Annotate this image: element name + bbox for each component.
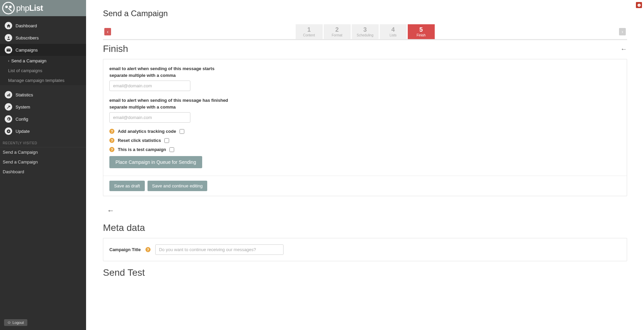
recent-item[interactable]: Dashboard	[0, 167, 86, 177]
reset-clicks-row: ? Reset click statistics	[109, 138, 621, 143]
recent-item[interactable]: Send a Campaign	[0, 147, 86, 157]
phplist-logo-icon	[2, 2, 15, 14]
test-campaign-checkbox[interactable]	[169, 147, 174, 152]
home-icon	[5, 22, 12, 29]
subnav-manage-templates[interactable]: Manage campaign templates	[0, 76, 86, 85]
info-icon	[637, 3, 641, 7]
wizard-step-lists[interactable]: 4 Lists	[380, 24, 407, 39]
nav-label: Statistics	[16, 92, 33, 97]
analytics-label: Add analytics tracking code	[118, 129, 176, 134]
back-arrow-button[interactable]: ←	[107, 206, 114, 215]
help-icon[interactable]: ?	[109, 129, 114, 134]
step-number: 5	[419, 27, 423, 33]
logout-label: Logout	[12, 321, 24, 325]
svg-rect-11	[639, 4, 639, 4]
subnav-label: Manage campaign templates	[8, 78, 64, 83]
subnav-list-campaigns[interactable]: List of campaigns	[0, 66, 86, 76]
svg-point-1	[5, 5, 8, 8]
svg-point-2	[9, 5, 12, 8]
page-title: Send a Campaign	[103, 9, 627, 18]
campaign-title-input[interactable]	[155, 244, 284, 255]
section-title-row: Finish ←	[103, 43, 627, 54]
step-label: Finish	[417, 33, 426, 37]
wizard-step-content[interactable]: 1 Content	[296, 24, 323, 39]
analytics-checkbox[interactable]	[180, 129, 184, 134]
nav-label: Subscribers	[16, 35, 39, 40]
meta-data-title: Meta data	[103, 222, 627, 233]
sidebar: phpList Dashboard Subscribers Campaigns …	[0, 0, 86, 330]
nav-config[interactable]: Config	[0, 113, 86, 125]
step-number: 1	[307, 27, 311, 33]
label-line1: email to alert when sending of this mess…	[109, 66, 214, 71]
chevron-right-icon: ›	[8, 59, 9, 63]
meta-data-panel: Campaign Title ?	[103, 238, 627, 261]
step-label: Format	[332, 33, 343, 37]
save-continue-button[interactable]: Save and continue editing	[147, 181, 208, 191]
help-icon[interactable]: ?	[109, 147, 114, 152]
chart-icon	[5, 91, 12, 98]
svg-rect-5	[7, 95, 8, 96]
user-icon	[5, 34, 12, 41]
reset-clicks-checkbox[interactable]	[164, 138, 169, 143]
section-title: Finish	[103, 43, 128, 54]
test-campaign-label: This is a test campaign	[118, 147, 166, 152]
sidebar-header: phpList	[0, 0, 86, 16]
alert-finish-input[interactable]	[109, 112, 190, 123]
step-number: 3	[363, 27, 367, 33]
alert-finish-group: email to alert when sending of this mess…	[109, 97, 621, 123]
wizard-bar: ‹ 1 Content 2 Format 3 Scheduling 4 List…	[103, 24, 627, 40]
main-nav-lower: Statistics System Config Update	[0, 85, 86, 137]
nav-label: Campaigns	[16, 48, 38, 53]
nav-campaigns[interactable]: Campaigns	[0, 44, 86, 56]
step-label: Content	[303, 33, 315, 37]
help-icon[interactable]: ?	[145, 247, 151, 252]
reset-clicks-label: Reset click statistics	[118, 138, 161, 143]
subnav-label: Send a Campaign	[11, 58, 46, 63]
campaign-title-label: Campaign Title	[109, 247, 141, 252]
recent-item[interactable]: Send a Campaign	[0, 157, 86, 167]
alert-start-group: email to alert when sending of this mess…	[109, 65, 621, 91]
campaign-title-row: Campaign Title ?	[109, 244, 621, 255]
analytics-row: ? Add analytics tracking code	[109, 129, 621, 134]
subnav-label: List of campaigns	[8, 68, 42, 73]
svg-rect-7	[9, 93, 10, 96]
nav-system[interactable]: System	[0, 101, 86, 113]
help-icon[interactable]: ?	[109, 138, 114, 143]
wizard-prev-button[interactable]: ‹	[104, 28, 111, 35]
nav-label: Update	[16, 129, 30, 134]
wrench-icon	[5, 103, 12, 111]
alert-finish-label: email to alert when sending of this mess…	[109, 97, 621, 110]
logo-text: phpList	[16, 3, 43, 13]
step-label: Lists	[390, 33, 397, 37]
place-queue-button[interactable]: Place Campaign in Queue for Sending	[109, 156, 202, 168]
wizard-next-button[interactable]: ›	[619, 28, 626, 35]
nav-subscribers[interactable]: Subscribers	[0, 32, 86, 44]
svg-rect-10	[639, 5, 639, 6]
campaigns-submenu: › Send a Campaign List of campaigns Mana…	[0, 56, 86, 85]
wizard-step-finish[interactable]: 5 Finish	[408, 24, 435, 39]
alert-start-input[interactable]	[109, 81, 190, 91]
nav-update[interactable]: Update	[0, 125, 86, 137]
label-line1: email to alert when sending of this mess…	[109, 98, 228, 103]
svg-point-3	[8, 36, 9, 38]
save-draft-button[interactable]: Save as draft	[109, 181, 145, 191]
test-campaign-row: ? This is a test campaign	[109, 147, 621, 152]
nav-dashboard[interactable]: Dashboard	[0, 20, 86, 32]
finish-panel: email to alert when sending of this mess…	[103, 59, 627, 196]
wizard-step-format[interactable]: 2 Format	[324, 24, 351, 39]
back-arrow-icon[interactable]: ←	[620, 45, 627, 53]
step-number: 4	[391, 27, 395, 33]
wizard-step-scheduling[interactable]: 3 Scheduling	[352, 24, 379, 39]
notification-badge[interactable]	[636, 2, 642, 8]
nav-statistics[interactable]: Statistics	[0, 89, 86, 101]
logo[interactable]: phpList	[2, 2, 43, 14]
wizard-steps: 1 Content 2 Format 3 Scheduling 4 Lists …	[296, 24, 435, 39]
step-label: Scheduling	[357, 33, 373, 37]
logout-button[interactable]: Logout	[4, 319, 27, 326]
nav-label: System	[16, 104, 30, 110]
plus-circle-icon	[5, 127, 12, 135]
step-number: 2	[335, 27, 339, 33]
sidebar-footer: Logout	[0, 315, 86, 330]
subnav-send-campaign[interactable]: › Send a Campaign	[0, 56, 86, 66]
main-nav: Dashboard Subscribers Campaigns	[0, 16, 86, 56]
